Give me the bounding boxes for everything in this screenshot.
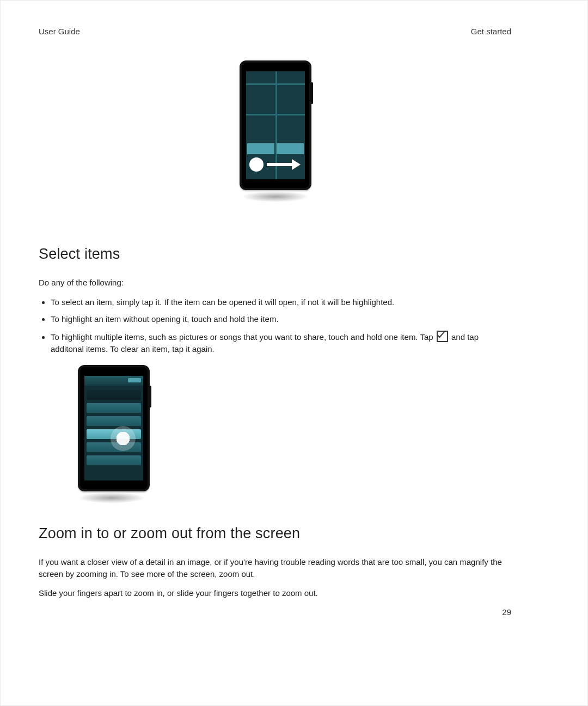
zoom-paragraph-1: If you want a closer view of a detail in… bbox=[39, 556, 512, 580]
phone-frame bbox=[240, 60, 311, 190]
select-items-intro: Do any of the following: bbox=[39, 277, 512, 289]
swipe-right-arrow-icon bbox=[267, 160, 301, 169]
list-item-text-prefix: To highlight multiple items, such as pic… bbox=[51, 332, 436, 342]
phone-side-button bbox=[311, 82, 313, 104]
list-item: To highlight multiple items, such as pic… bbox=[51, 331, 512, 355]
phone-screen bbox=[84, 376, 143, 480]
header-right-label: Get started bbox=[471, 26, 511, 38]
select-items-heading: Select items bbox=[39, 244, 512, 265]
zoom-heading: Zoom in to or zoom out from the screen bbox=[39, 523, 512, 544]
page-body: Select items Do any of the following: To… bbox=[39, 60, 512, 607]
swipe-gesture-figure bbox=[39, 60, 512, 205]
document-page: User Guide Get started bbox=[0, 0, 588, 706]
touch-hold-gesture-figure bbox=[78, 365, 145, 491]
touch-point-icon bbox=[249, 157, 264, 172]
list-item: To select an item, simply tap it. If the… bbox=[51, 296, 512, 308]
zoom-paragraph-2: Slide your fingers apart to zoom in, or … bbox=[39, 587, 512, 599]
phone-illustration-swipe bbox=[240, 60, 311, 202]
phone-screen bbox=[246, 71, 305, 179]
select-items-list: To select an item, simply tap it. If the… bbox=[39, 296, 512, 355]
phone-illustration-touchhold bbox=[78, 365, 150, 491]
header-left-label: User Guide bbox=[39, 26, 80, 38]
multi-select-checkbox-icon bbox=[437, 331, 448, 342]
page-number: 29 bbox=[502, 606, 511, 618]
phone-side-button bbox=[149, 386, 151, 407]
list-item: To highlight an item without opening it,… bbox=[51, 313, 512, 325]
touch-point-icon bbox=[111, 426, 136, 451]
